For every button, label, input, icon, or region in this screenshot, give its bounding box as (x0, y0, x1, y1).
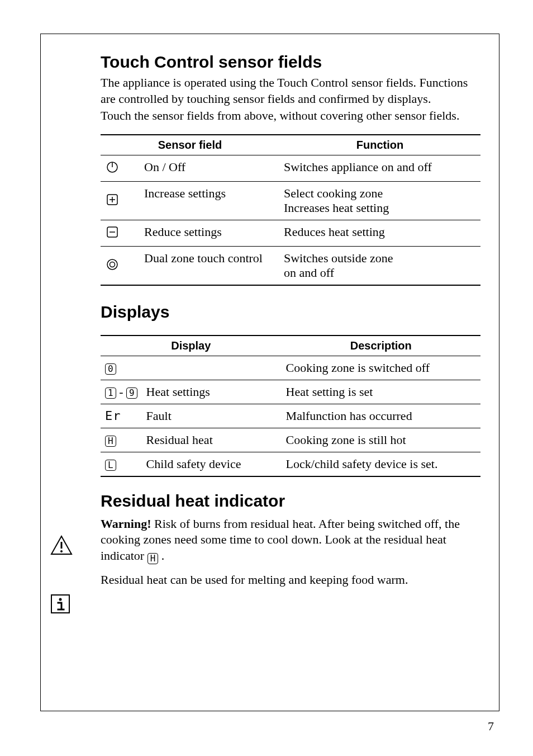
sensor-func: Switches appliance on and off (279, 155, 480, 181)
display-desc: Cooking zone is switched off (282, 356, 480, 380)
display-desc: Cooking zone is still hot (282, 428, 480, 452)
sensor-row: Increase settings Select cooking zone In… (101, 181, 480, 220)
touch-heading: Touch Control sensor fields (101, 53, 480, 72)
sensor-func: Switches outside zone on and off (279, 246, 480, 285)
margin-warning-icon (50, 534, 78, 559)
displays-th-2: Description (282, 336, 480, 356)
display-desc: Heat setting is set (282, 380, 480, 404)
residual-heading: Residual heat indicator (101, 492, 480, 511)
seg-h-inline-icon: H (147, 553, 159, 564)
warning-label: Warning! (101, 517, 151, 531)
plus-icon (105, 192, 120, 207)
display-label: Child safety device (142, 452, 282, 476)
sensor-label: Reduce settings (140, 220, 279, 246)
display-label: Residual heat (142, 428, 282, 452)
seg-0-icon: 0 (105, 363, 116, 375)
er-icon: Er (105, 409, 121, 423)
dash: - (116, 385, 126, 399)
sensor-label: Increase settings (140, 181, 279, 220)
displays-th-1: Display (101, 336, 282, 356)
power-icon (105, 160, 120, 174)
sensor-func: Select cooking zone Increases heat setti… (279, 181, 480, 220)
margin-info-icon (50, 594, 78, 616)
warning-tail: . (158, 549, 164, 563)
page: Touch Control sensor fields The applianc… (0, 0, 533, 756)
warning-paragraph: Warning! Risk of burns from residual hea… (101, 516, 480, 564)
display-label: Heat settings (142, 380, 282, 404)
svg-point-8 (110, 262, 115, 267)
sensor-row: On / Off Switches appliance on and off (101, 155, 480, 181)
sensor-table: Sensor field Function On / Off Switches … (101, 134, 480, 286)
svg-point-7 (107, 259, 117, 270)
seg-l-icon: L (105, 460, 116, 471)
info-icon (50, 594, 70, 614)
sensor-th-2: Function (279, 135, 480, 155)
sensor-th-1: Sensor field (101, 135, 279, 155)
sensor-label: On / Off (140, 155, 279, 181)
content-column: Touch Control sensor fields The applianc… (101, 53, 480, 589)
svg-point-13 (59, 598, 62, 601)
page-number: 7 (488, 719, 494, 734)
sensor-func: Reduces heat setting (279, 220, 480, 246)
displays-heading: Displays (101, 303, 480, 322)
display-row: Er Fault Malfunction has occurred (101, 404, 480, 428)
sensor-label: Dual zone touch control (140, 246, 279, 285)
display-desc: Malfunction has occurred (282, 404, 480, 428)
sensor-row: Dual zone touch control Switches outside… (101, 246, 480, 285)
display-row: 0 Cooking zone is switched off (101, 356, 480, 380)
displays-table: Display Description 0 Cooking zone is sw… (101, 335, 480, 477)
seg-h-icon: H (105, 436, 116, 447)
display-desc: Lock/child safety device is set. (282, 452, 480, 476)
sensor-row: Reduce settings Reduces heat setting (101, 220, 480, 246)
display-label (142, 356, 282, 380)
dualzone-icon (105, 257, 120, 272)
touch-para-1: The appliance is operated using the Touc… (101, 75, 480, 107)
warning-icon (50, 534, 73, 556)
info-paragraph: Residual heat can be used for melting an… (101, 572, 480, 588)
display-label: Fault (142, 404, 282, 428)
display-row: 1 - 9 Heat settings Heat setting is set (101, 380, 480, 404)
svg-point-11 (60, 550, 63, 552)
seg-9-icon: 9 (126, 388, 137, 399)
display-row: L Child safety device Lock/child safety … (101, 452, 480, 476)
seg-1-icon: 1 (105, 388, 116, 399)
minus-icon (105, 225, 120, 239)
display-row: H Residual heat Cooking zone is still ho… (101, 428, 480, 452)
touch-para-2: Touch the sensor fields from above, with… (101, 108, 480, 124)
